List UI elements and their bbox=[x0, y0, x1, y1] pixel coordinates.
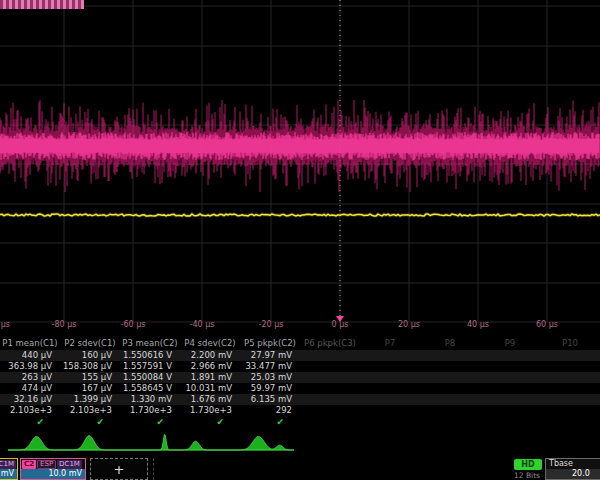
measure-value: 2.103e+3 bbox=[60, 405, 120, 416]
measure-value bbox=[420, 405, 480, 416]
time-tick-label: -60 µs bbox=[121, 320, 146, 329]
measure-value bbox=[480, 350, 540, 361]
measure-value bbox=[360, 394, 420, 405]
histicon-p3[interactable] bbox=[122, 434, 179, 450]
status-check-icon bbox=[300, 416, 360, 429]
c1-trace[interactable] bbox=[0, 214, 600, 216]
measure-value bbox=[300, 383, 360, 394]
measure-value: 1.550084 V bbox=[120, 372, 180, 383]
descriptor-bar: DC1M 0 mV C2 ESP DC1M 10.0 mV + HD 12 Bi… bbox=[0, 458, 600, 480]
c2-esp-badge: ESP bbox=[37, 460, 56, 469]
c1-coupling-badge: DC1M bbox=[0, 460, 16, 469]
waveform-grid[interactable] bbox=[0, 0, 600, 334]
measure-value: 292 bbox=[240, 405, 300, 416]
measure-value bbox=[300, 372, 360, 383]
timebase-label: Tbase bbox=[546, 459, 600, 469]
measure-value: 1.730e+3 bbox=[180, 405, 240, 416]
descriptor-separator bbox=[153, 458, 154, 480]
measure-value: 1.557591 V bbox=[120, 361, 180, 372]
status-check-icon bbox=[480, 416, 540, 429]
status-check-icon: ✔ bbox=[180, 416, 240, 429]
measure-value: 25.03 mV bbox=[240, 372, 300, 383]
status-check-icon: ✔ bbox=[0, 416, 60, 429]
measure-value: 2.966 mV bbox=[180, 361, 240, 372]
measure-value: 1.330 mV bbox=[120, 394, 180, 405]
param-header-p8[interactable]: P8 bbox=[420, 336, 480, 350]
c1-descriptor-box[interactable]: DC1M 0 mV bbox=[0, 458, 18, 480]
measure-value: 155 µV bbox=[60, 372, 120, 383]
c2-trace[interactable] bbox=[0, 100, 600, 192]
param-header-p10[interactable]: P10 bbox=[540, 336, 600, 350]
measure-value bbox=[420, 361, 480, 372]
measure-value bbox=[480, 372, 540, 383]
status-check-icon bbox=[420, 416, 480, 429]
param-header-p5[interactable]: P5 pkpk(C2) bbox=[240, 336, 300, 350]
timebase-value: 20.0 bbox=[546, 469, 600, 479]
histicon-p4[interactable] bbox=[180, 441, 237, 450]
time-tick-label: -80 µs bbox=[52, 320, 77, 329]
measure-value bbox=[300, 405, 360, 416]
histicon-p1[interactable] bbox=[8, 436, 65, 450]
measure-value bbox=[540, 405, 600, 416]
measure-value: 1.399 µV bbox=[60, 394, 120, 405]
measure-value: 59.97 mV bbox=[240, 383, 300, 394]
param-header-p6[interactable]: P6 pkpk(C3) bbox=[300, 336, 360, 350]
time-tick-label: -100 µs bbox=[0, 320, 10, 329]
status-check-icon bbox=[360, 416, 420, 429]
measure-value bbox=[540, 350, 600, 361]
measure-value bbox=[480, 394, 540, 405]
measure-value bbox=[480, 361, 540, 372]
c2-descriptor-box[interactable]: C2 ESP DC1M 10.0 mV bbox=[20, 458, 86, 480]
measure-value: 6.135 mV bbox=[240, 394, 300, 405]
measure-value: 2.103e+3 bbox=[0, 405, 60, 416]
histicon-strip[interactable] bbox=[8, 430, 294, 456]
param-header-p4[interactable]: P4 sdev(C2) bbox=[180, 336, 240, 350]
measure-value: 1.676 mV bbox=[180, 394, 240, 405]
status-check-icon: ✔ bbox=[240, 416, 300, 429]
measure-value bbox=[360, 361, 420, 372]
timebase-descriptor-box[interactable]: Tbase 20.0 bbox=[545, 458, 600, 480]
measure-value bbox=[420, 383, 480, 394]
hd-mode-badge[interactable]: HD bbox=[514, 459, 542, 470]
time-tick-label: -40 µs bbox=[190, 320, 215, 329]
c1-scale-value: 0 mV bbox=[0, 469, 17, 479]
param-header-p1[interactable]: P1 mean(C1) bbox=[0, 336, 60, 350]
measure-value: 1.558645 V bbox=[120, 383, 180, 394]
measure-table: P1 mean(C1)P2 sdev(C1)P3 mean(C2)P4 sdev… bbox=[0, 336, 600, 429]
measure-value: 1.730e+3 bbox=[120, 405, 180, 416]
measure-value: 10.031 mV bbox=[180, 383, 240, 394]
measure-value bbox=[420, 372, 480, 383]
measure-value bbox=[480, 383, 540, 394]
measure-value bbox=[420, 394, 480, 405]
measure-value: 27.97 mV bbox=[240, 350, 300, 361]
waveform-display[interactable] bbox=[0, 0, 600, 334]
measure-value bbox=[300, 350, 360, 361]
status-check-icon: ✔ bbox=[60, 416, 120, 429]
measure-value bbox=[360, 383, 420, 394]
status-check-icon: ✔ bbox=[120, 416, 180, 429]
param-header-p3[interactable]: P3 mean(C2) bbox=[120, 336, 180, 350]
measure-value: 33.477 mV bbox=[240, 361, 300, 372]
add-trace-button[interactable]: + bbox=[90, 458, 148, 480]
measure-value bbox=[420, 350, 480, 361]
param-header-p9[interactable]: P9 bbox=[480, 336, 540, 350]
measure-value bbox=[300, 361, 360, 372]
c2-channel-label: C2 bbox=[22, 460, 36, 469]
measure-value bbox=[360, 372, 420, 383]
time-tick-label: 60 µs bbox=[536, 320, 558, 329]
measure-value: 160 µV bbox=[60, 350, 120, 361]
time-tick-label: 20 µs bbox=[398, 320, 420, 329]
measure-value: 1.550616 V bbox=[120, 350, 180, 361]
measure-value: 440 µV bbox=[0, 350, 60, 361]
histicon-p2[interactable] bbox=[65, 436, 122, 450]
measure-value bbox=[540, 372, 600, 383]
param-header-p2[interactable]: P2 sdev(C1) bbox=[60, 336, 120, 350]
measure-value: 474 µV bbox=[0, 383, 60, 394]
plus-icon: + bbox=[114, 462, 125, 477]
param-header-p7[interactable]: P7 bbox=[360, 336, 420, 350]
histicon-p5[interactable] bbox=[237, 436, 294, 450]
measure-value: 158.308 µV bbox=[60, 361, 120, 372]
trigger-position-marker bbox=[336, 316, 344, 322]
measure-value: 1.891 mV bbox=[180, 372, 240, 383]
timebase-axis: -100 µs-80 µs-60 µs-40 µs-20 µs0 µs20 µs… bbox=[0, 315, 600, 333]
